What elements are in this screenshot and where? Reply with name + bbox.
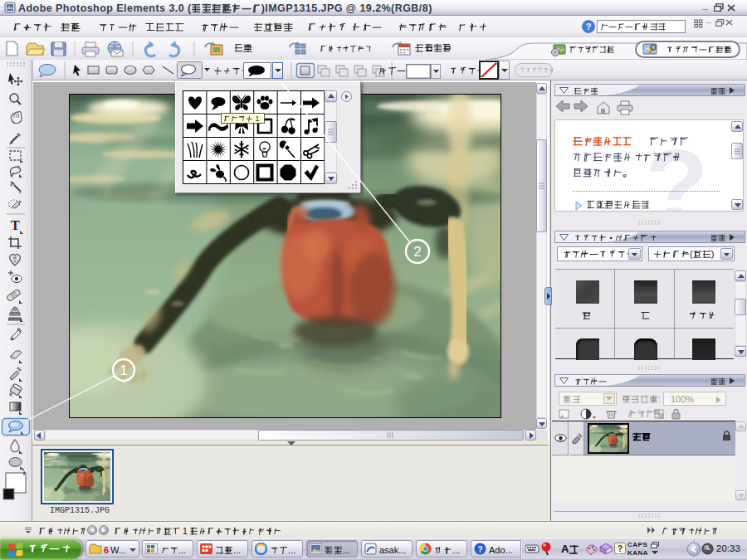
- svg-text:?: ?: [618, 544, 622, 553]
- svg-text:?: ?: [477, 545, 482, 554]
- svg-text:T: T: [11, 218, 20, 232]
- svg-text:?: ?: [586, 22, 592, 32]
